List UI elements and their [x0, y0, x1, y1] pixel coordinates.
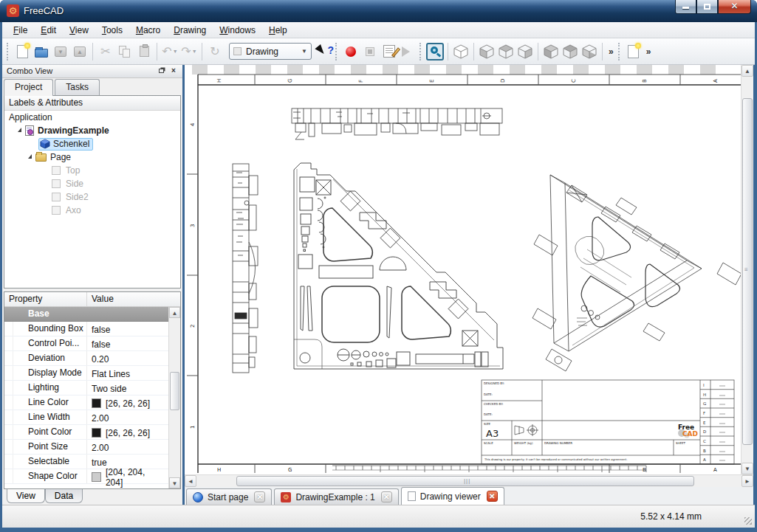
refresh-button[interactable]: ↻: [205, 42, 225, 61]
toolbar-grip[interactable]: [419, 43, 422, 61]
tree-item-document[interactable]: DrawingExample: [4, 124, 180, 137]
menu-file[interactable]: File: [7, 24, 34, 37]
tab-drawing-example[interactable]: ⚙ DrawingExample : 1 ✕: [274, 488, 398, 505]
maximize-button[interactable]: [696, 0, 718, 14]
menu-windows[interactable]: Windows: [213, 24, 262, 37]
view-front-button[interactable]: [477, 42, 496, 61]
save-button[interactable]: ▼: [51, 42, 70, 61]
expander-icon[interactable]: [28, 154, 32, 159]
menu-drawing[interactable]: Drawing: [167, 24, 213, 37]
macro-edit-button[interactable]: [380, 42, 399, 61]
view-front-projection[interactable]: [294, 163, 503, 369]
tab-view[interactable]: View: [7, 489, 45, 503]
new-document-button[interactable]: [13, 42, 32, 61]
horizontal-scrollbar[interactable]: ◄ ||| ►: [185, 474, 753, 487]
view-rear-button[interactable]: [541, 42, 561, 61]
scroll-down-icon[interactable]: ▼: [169, 477, 180, 488]
close-panel-button[interactable]: ×: [168, 66, 179, 76]
whats-this-button[interactable]: ?: [316, 44, 334, 60]
property-row[interactable]: LightingTwo side: [4, 381, 168, 395]
macro-stop-button[interactable]: [360, 42, 380, 61]
menu-tools[interactable]: Tools: [95, 24, 129, 37]
print-button[interactable]: ▲: [70, 42, 89, 61]
macro-play-button[interactable]: [399, 42, 418, 61]
tab-drawing-viewer[interactable]: Drawing viewer ✕: [401, 487, 504, 505]
view-axo-projection[interactable]: [532, 175, 741, 371]
view-left-button[interactable]: [580, 42, 599, 61]
view-top-button[interactable]: [496, 42, 515, 61]
float-panel-button[interactable]: [156, 66, 166, 76]
undo-button[interactable]: ↶▼: [160, 42, 179, 61]
view-right-button[interactable]: [515, 42, 535, 61]
property-row[interactable]: Line Width2.00: [4, 410, 168, 425]
view-top-projection[interactable]: [292, 108, 502, 139]
view-axonometric-button[interactable]: [451, 42, 470, 61]
property-group-base[interactable]: Base: [4, 307, 168, 322]
tree-item-application[interactable]: Application: [4, 111, 180, 124]
menu-edit[interactable]: Edit: [34, 24, 63, 37]
visibility-checkbox[interactable]: [52, 206, 61, 215]
toolbar-overflow-button-2[interactable]: »: [643, 46, 654, 57]
scroll-up-icon[interactable]: ▲: [169, 307, 180, 318]
minimize-button[interactable]: [675, 0, 696, 14]
menu-view[interactable]: View: [63, 24, 95, 37]
expander-icon[interactable]: [18, 128, 21, 132]
combo-view-titlebar[interactable]: Combo View ×: [2, 65, 182, 78]
open-button[interactable]: [32, 42, 51, 61]
scroll-down-icon[interactable]: ▼: [741, 463, 753, 474]
toolbar-grip[interactable]: [335, 43, 338, 61]
tree-item-top[interactable]: Top: [4, 164, 180, 177]
close-tab-icon[interactable]: ✕: [381, 491, 392, 502]
paste-button[interactable]: [134, 42, 154, 61]
tree-item-schenkel[interactable]: Schenkel: [4, 137, 180, 151]
tab-tasks[interactable]: Tasks: [55, 79, 100, 95]
redo-button[interactable]: ↷▼: [179, 42, 199, 61]
new-sheet-button[interactable]: [624, 42, 643, 61]
visibility-checkbox[interactable]: [52, 179, 61, 188]
title-bar[interactable]: ⚙ FreeCAD ✕: [0, 0, 757, 22]
redo-dropdown-arrow[interactable]: ▼: [192, 49, 197, 54]
property-row[interactable]: Deviation0.20: [4, 351, 168, 366]
menu-help[interactable]: Help: [262, 24, 294, 37]
property-row[interactable]: Control Poi...false: [4, 336, 168, 351]
tree-item-axo[interactable]: Axo: [4, 204, 180, 217]
close-tab-icon[interactable]: ✕: [254, 491, 265, 502]
toolbar-grip[interactable]: [7, 43, 10, 61]
macro-record-button[interactable]: [341, 42, 360, 61]
visibility-checkbox[interactable]: [52, 193, 61, 201]
toolbar-grip[interactable]: [618, 43, 621, 61]
property-row[interactable]: Bounding Boxfalse: [4, 322, 168, 336]
view-side-projection[interactable]: [233, 164, 258, 373]
scroll-right-icon[interactable]: ►: [741, 475, 753, 487]
visibility-checkbox[interactable]: [52, 166, 61, 175]
scrollbar-thumb[interactable]: [170, 372, 179, 410]
close-tab-icon[interactable]: ✕: [487, 491, 498, 502]
property-row[interactable]: Line Color[26, 26, 26]: [4, 395, 168, 410]
drawing-viewer-canvas[interactable]: H G F E D C B A 4 3 2 1 H G B A: [185, 65, 753, 487]
tree-item-side2[interactable]: Side2: [4, 190, 180, 204]
tab-start-page[interactable]: Start page ✕: [186, 488, 272, 505]
fit-all-button[interactable]: [425, 42, 445, 61]
toolbar-overflow-button[interactable]: »: [606, 46, 617, 57]
tree-item-side[interactable]: Side: [4, 177, 180, 190]
cut-button[interactable]: ✂: [96, 42, 115, 61]
view-bottom-button[interactable]: [561, 42, 580, 61]
scroll-up-icon[interactable]: ▲: [741, 65, 753, 77]
close-button[interactable]: ✕: [718, 0, 751, 14]
selected-item-highlight[interactable]: Schenkel: [38, 138, 93, 151]
property-row[interactable]: Display ModeFlat Lines: [4, 366, 168, 381]
tab-project[interactable]: Project: [4, 79, 53, 96]
tab-data[interactable]: Data: [45, 489, 83, 503]
undo-dropdown-arrow[interactable]: ▼: [173, 49, 178, 54]
property-row[interactable]: Point Color[26, 26, 26]: [4, 425, 168, 440]
property-scrollbar[interactable]: ▲ ▼: [168, 307, 180, 488]
menu-macro[interactable]: Macro: [129, 24, 167, 37]
scroll-left-icon[interactable]: ◄: [185, 475, 196, 487]
resize-grip[interactable]: [744, 517, 752, 525]
workbench-selector[interactable]: Drawing ▼: [229, 43, 312, 60]
property-row[interactable]: Point Size2.00: [4, 440, 168, 455]
vertical-scrollbar[interactable]: ▲ ≡ ▼: [741, 65, 753, 474]
copy-button[interactable]: [115, 42, 134, 61]
property-row[interactable]: Shape Color[204, 204, 204]: [4, 469, 168, 484]
tree-item-page[interactable]: Page: [4, 151, 180, 164]
